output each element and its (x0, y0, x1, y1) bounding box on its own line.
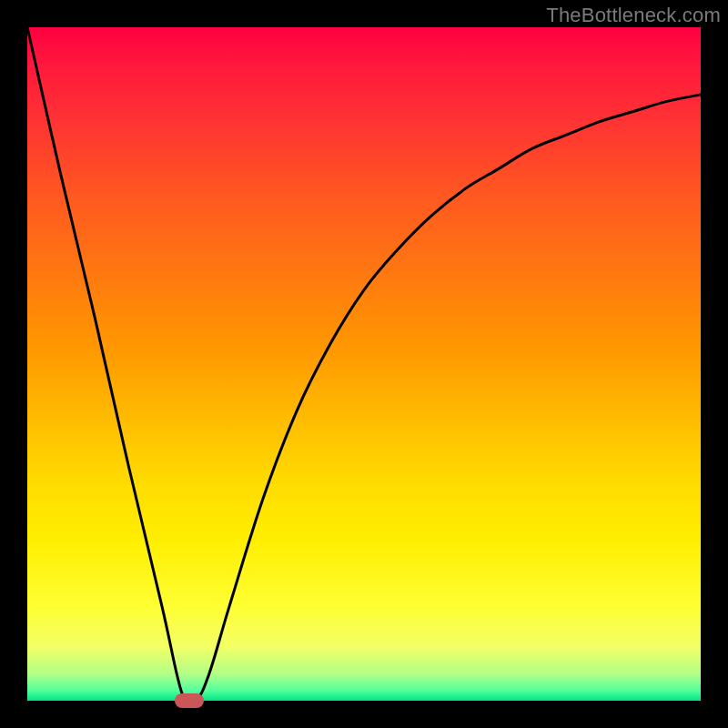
chart-plot-area (27, 27, 701, 701)
chart-frame: TheBottleneck.com (0, 0, 728, 728)
bottleneck-curve-path (27, 27, 701, 701)
watermark-text: TheBottleneck.com (546, 4, 721, 27)
optimum-marker (175, 693, 204, 708)
curve-svg (27, 27, 701, 701)
